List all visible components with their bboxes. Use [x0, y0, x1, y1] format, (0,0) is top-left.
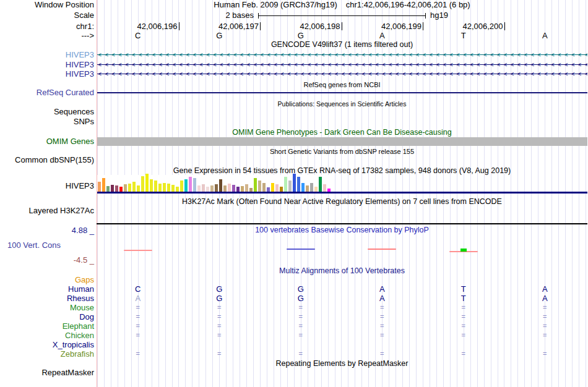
gtex-tissue-bar[interactable] — [163, 183, 166, 192]
strand-arrow-label[interactable]: ---> — [0, 32, 94, 40]
gtex-tissue-bar[interactable] — [267, 187, 270, 192]
gtex-tissue-bar[interactable] — [241, 186, 244, 192]
gtex-tissue-bar[interactable] — [293, 174, 296, 192]
multiz-species-label-rhesus[interactable]: Rhesus — [0, 294, 94, 303]
multiz-species-label-dog[interactable]: Dog — [0, 312, 94, 321]
multiz-alignment-cell: = — [457, 312, 470, 321]
ruler-tick-mark — [342, 22, 342, 30]
gtex-tissue-bar[interactable] — [301, 183, 305, 192]
publications-snps-label[interactable]: SNPs — [0, 117, 94, 126]
h3k27ac-baseline[interactable] — [97, 223, 587, 224]
gtex-tissue-bar[interactable] — [154, 181, 157, 192]
h3k27ac-label[interactable]: Layered H3K27Ac — [0, 206, 94, 215]
gtex-tissue-bar[interactable] — [197, 185, 201, 192]
sequence-base: T — [457, 32, 470, 40]
gtex-tissue-bar[interactable] — [106, 186, 110, 192]
conservation-mark[interactable] — [287, 249, 315, 250]
gtex-tissue-bar[interactable] — [115, 185, 118, 192]
gtex-tissue-bar[interactable] — [310, 183, 313, 192]
multiz-species-label-mouse[interactable]: Mouse — [0, 303, 94, 312]
gtex-tissue-bar[interactable] — [137, 185, 140, 192]
multiz-species-label-chicken[interactable]: Chicken — [0, 331, 94, 340]
omim-gene-bar[interactable] — [97, 137, 587, 146]
gtex-tissue-bar[interactable] — [262, 183, 266, 192]
gtex-gene-label[interactable]: HIVEP3 — [0, 182, 94, 190]
multiz-species-label-zebrafish[interactable]: Zebrafish — [0, 349, 94, 359]
publications-track-title: Publications: Sequences in Scientific Ar… — [97, 100, 587, 108]
gtex-tissue-bar[interactable] — [124, 184, 127, 192]
refseq-curated-label[interactable]: RefSeq Curated — [0, 88, 94, 97]
gtex-tissue-bar[interactable] — [228, 184, 231, 192]
gtex-tissue-bar[interactable] — [223, 185, 227, 192]
gtex-tissue-bar[interactable] — [219, 179, 222, 192]
gtex-tissue-bar[interactable] — [314, 187, 318, 192]
gtex-tissue-bar[interactable] — [176, 187, 179, 192]
gtex-tissue-bar[interactable] — [128, 184, 131, 192]
gtex-tissue-bar[interactable] — [297, 177, 300, 192]
multiz-alignment-cell: = — [457, 331, 470, 340]
multiz-alignment-cell: A — [538, 294, 551, 303]
gtex-tissue-bar[interactable] — [193, 178, 196, 192]
gtex-tissue-bar[interactable] — [280, 187, 283, 192]
refseq-gene-line[interactable] — [97, 92, 587, 93]
gtex-tissue-bar[interactable] — [327, 189, 331, 192]
multiz-species-label-elephant[interactable]: Elephant — [0, 321, 94, 331]
gtex-tissue-bar[interactable] — [132, 182, 136, 192]
gtex-tissue-bar[interactable] — [271, 183, 274, 192]
repeatmasker-label[interactable]: RepeatMasker — [0, 368, 94, 377]
gtex-tissue-bar[interactable] — [141, 176, 144, 192]
gencode-transcript-label[interactable]: HIVEP3 — [0, 51, 94, 59]
gtex-tissue-bar[interactable] — [232, 185, 235, 192]
gtex-tissue-bar[interactable] — [254, 178, 257, 192]
gtex-tissue-bar[interactable] — [119, 187, 123, 192]
publications-sequences-label[interactable]: Sequences — [0, 108, 94, 116]
gtex-tissue-bar[interactable] — [288, 181, 292, 192]
gtex-tissue-bar[interactable] — [202, 184, 205, 192]
gtex-tissue-bar[interactable] — [150, 179, 153, 192]
gtex-tissue-bar[interactable] — [210, 185, 214, 192]
multiz-alignment-cell: = — [376, 321, 388, 331]
omim-genes-label[interactable]: OMIM Genes — [0, 137, 94, 146]
gtex-tissue-bar[interactable] — [306, 185, 309, 192]
multiz-alignment-cell: = — [538, 349, 551, 359]
gencode-transcript-label[interactable]: HIVEP3 — [0, 70, 94, 78]
gtex-tissue-bar[interactable] — [145, 174, 149, 192]
gtex-tissue-bar[interactable] — [184, 179, 188, 192]
gtex-tissue-bar[interactable] — [258, 181, 261, 192]
gtex-tissue-bar[interactable] — [171, 185, 175, 192]
gtex-tissue-bar[interactable] — [284, 177, 287, 192]
gtex-tissue-bar[interactable] — [158, 184, 162, 192]
window-position-row: Human Feb. 2009 (GRCh37/hg19) chr1:42,00… — [97, 1, 587, 9]
conservation-mark[interactable] — [368, 249, 396, 250]
multiz-alignment-cell: = — [457, 321, 470, 331]
gtex-tissue-bar[interactable] — [319, 177, 322, 192]
dbsnp-label[interactable]: Common dbSNP(155) — [0, 156, 94, 164]
gtex-tissue-bar[interactable] — [167, 184, 170, 192]
gtex-tissue-bar[interactable] — [206, 187, 209, 192]
h3k27ac-track-title: H3K27Ac Mark (Often Found Near Active Re… — [97, 198, 587, 206]
conservation-mark[interactable] — [124, 250, 152, 251]
gtex-tissue-bar[interactable] — [236, 187, 240, 192]
gtex-tissue-bar[interactable] — [180, 181, 183, 192]
gtex-tissue-bar[interactable] — [111, 185, 114, 192]
gtex-tissue-bar[interactable] — [249, 188, 253, 192]
gtex-tissue-bar[interactable] — [245, 184, 248, 192]
gencode-transcript-line[interactable]: <<<<<<<<<<<<<<<<<<<<<<<<<<<<<<<<<<<<<<<<… — [97, 61, 587, 69]
scale-bar — [258, 13, 426, 19]
multiz-alignment-cell: G — [295, 284, 307, 294]
gtex-tissue-bar[interactable] — [215, 184, 218, 192]
gtex-tissue-bar[interactable] — [323, 184, 326, 192]
gtex-tissue-bar[interactable] — [102, 178, 105, 192]
gencode-transcript-label[interactable]: HIVEP3 — [0, 61, 94, 69]
scale-assembly: hg19 — [430, 11, 448, 20]
gtex-tissue-bar[interactable] — [189, 177, 192, 192]
multiz-species-label-x_tropicalis[interactable]: X_tropicalis — [0, 340, 94, 349]
gencode-transcript-line[interactable]: <<<<<<<<<<<<<<<<<<<<<<<<<<<<<<<<<<<<<<<<… — [97, 70, 587, 78]
gtex-tissue-bar[interactable] — [275, 184, 279, 192]
multiz-species-label-human[interactable]: Human — [0, 284, 94, 294]
gtex-tissue-bar[interactable] — [98, 182, 101, 192]
conservation-label[interactable]: 100 Vert. Cons — [7, 241, 61, 250]
multiz-alignment-cell: = — [457, 303, 470, 312]
gencode-transcript-line[interactable]: <<<<<<<<<<<<<<<<<<<<<<<<<<<<<<<<<<<<<<<<… — [97, 51, 587, 59]
multiz-species-label-gaps[interactable]: Gaps — [0, 275, 94, 284]
